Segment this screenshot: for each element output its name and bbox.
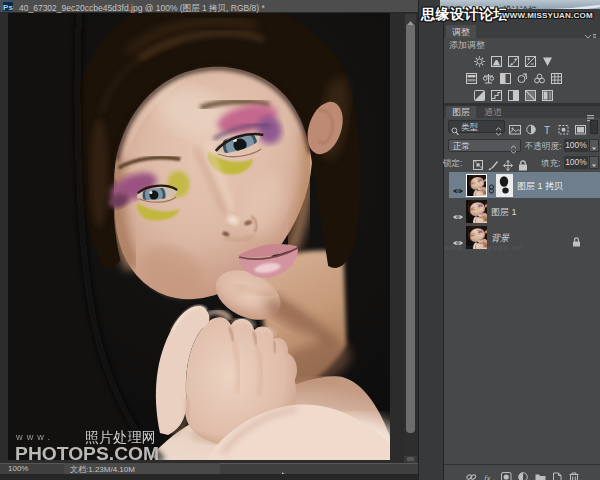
svg-text:T: T: [544, 125, 550, 136]
svg-text:PHOTOPS.COM: PHOTOPS.COM: [15, 443, 159, 460]
svg-text:fx: fx: [484, 473, 491, 480]
svg-text:www.: www.: [15, 432, 54, 442]
